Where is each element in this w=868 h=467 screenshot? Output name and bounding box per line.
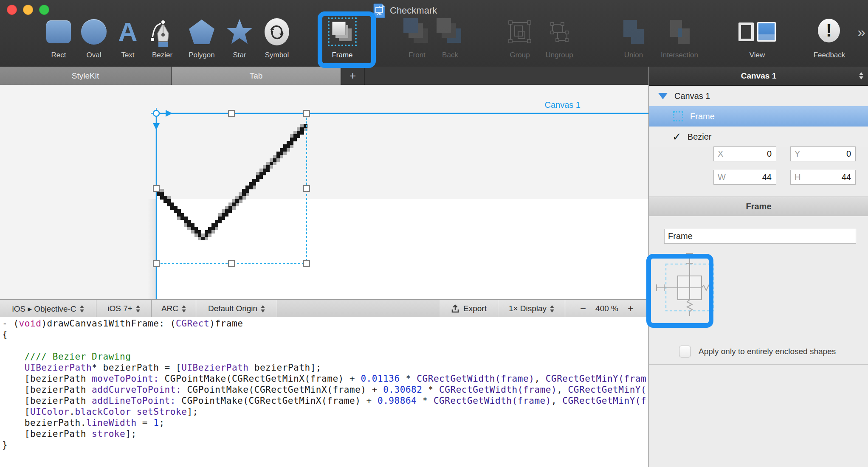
field-label: X <box>718 149 767 159</box>
tool-feedback[interactable]: ! Feedback <box>806 14 853 65</box>
document-icon <box>373 3 386 19</box>
view-icon <box>738 22 776 42</box>
code-toolbar: iOS ▸ Objective-CiOS 7+ARCDefault Origin… <box>0 299 648 318</box>
arc-dropdown[interactable]: ARC <box>152 300 196 318</box>
canvas-area[interactable]: Canvas 1 <box>0 85 648 299</box>
origin-marker-icon <box>151 108 162 119</box>
selection-handle[interactable] <box>153 186 159 191</box>
feedback-icon: ! <box>818 19 841 45</box>
display-scale-dropdown[interactable]: 1× Display <box>498 300 565 318</box>
traffic-light-close[interactable] <box>7 5 17 15</box>
apply-enclosed-checkbox[interactable] <box>679 346 691 357</box>
frame-layer-icon <box>673 111 683 121</box>
layer-tree: Canvas 1Frame✓Bezier <box>649 86 868 147</box>
text-icon: A <box>118 19 138 45</box>
tool-symbol[interactable]: Symbol <box>253 14 301 65</box>
layer-label: Bezier <box>688 132 712 142</box>
canvas-guides <box>0 85 648 299</box>
stepper-icon <box>136 303 140 315</box>
tab-tab[interactable]: Tab <box>172 67 341 85</box>
tool-label: Frame <box>318 51 366 59</box>
y-axis-arrow-icon <box>153 123 160 130</box>
symbol-icon <box>265 18 289 45</box>
zoom-out-button[interactable]: − <box>580 303 586 315</box>
bezier-pen-icon <box>148 15 176 49</box>
field-value: 0 <box>767 149 772 159</box>
ungroup-icon <box>546 18 573 45</box>
field-x[interactable]: X0 <box>713 146 776 161</box>
tab-add-button[interactable]: + <box>341 67 365 85</box>
zoom-controls[interactable]: −400 %+ <box>565 300 649 318</box>
tool-label: Back <box>426 51 474 59</box>
zoom-in-button[interactable]: + <box>628 303 634 315</box>
toolbar: Checkmark Rect OvalA Text Bezier Polygon… <box>0 0 868 67</box>
inspector-header-title: Canvas 1 <box>741 71 776 81</box>
export-icon <box>451 304 460 313</box>
tool-frame[interactable]: Frame <box>318 14 366 65</box>
frame-icon <box>328 17 357 46</box>
layer-label: Frame <box>690 112 715 121</box>
canvas-name-label[interactable]: Canvas 1 <box>545 100 581 110</box>
inspector-panel: Canvas 1 Canvas 1Frame✓Bezier Frame <box>648 67 868 467</box>
generated-code-panel: - (void)drawCanvas1WithFrame: (CGRect)fr… <box>0 317 648 467</box>
star-icon <box>225 18 254 45</box>
bezier-layer-icon: ✓ <box>672 131 682 142</box>
oval-icon <box>81 19 107 45</box>
selection-handle[interactable] <box>228 261 234 267</box>
origin-dropdown[interactable]: Default Origin <box>196 300 277 318</box>
selection-handle[interactable] <box>153 261 159 267</box>
rect-icon <box>46 20 71 43</box>
back-icon <box>437 18 464 45</box>
inspector-header-stepper-icon[interactable] <box>859 70 863 82</box>
selection-handle[interactable] <box>228 110 234 116</box>
tool-label: Union <box>610 51 657 59</box>
zoom-level: 400 % <box>595 304 618 313</box>
platform-language-dropdown[interactable]: iOS ▸ Objective-C <box>0 300 96 318</box>
field-w[interactable]: W44 <box>713 170 776 185</box>
field-label: W <box>718 172 762 182</box>
tab-bar: StyleKitTab+ <box>0 67 648 86</box>
apply-enclosed-row: Apply only to entirely enclosed shapes <box>649 338 868 365</box>
traffic-light-minimize[interactable] <box>23 5 33 15</box>
inspector-header[interactable]: Canvas 1 <box>649 67 868 86</box>
tool-view[interactable]: View <box>733 14 781 65</box>
toolbar-overflow-chevron[interactable]: » <box>857 24 865 40</box>
disclosure-triangle-icon[interactable] <box>658 93 668 99</box>
autoresize-springs-control[interactable] <box>653 249 725 326</box>
selection-handle[interactable] <box>304 110 310 116</box>
os-version-dropdown[interactable]: iOS 7+ <box>96 300 152 318</box>
stepper-icon <box>261 303 265 315</box>
tab-stylekit[interactable]: StyleKit <box>0 67 172 85</box>
selection-handle[interactable] <box>304 186 310 191</box>
frame-name-input[interactable] <box>664 229 856 244</box>
export-button[interactable]: Export <box>440 300 498 318</box>
layer-label: Canvas 1 <box>674 91 710 101</box>
field-y[interactable]: Y0 <box>790 146 856 161</box>
group-icon <box>506 18 533 45</box>
layer-row-frame[interactable]: Frame <box>649 106 868 127</box>
tool-label: Intersection <box>656 51 703 59</box>
field-label: H <box>795 172 842 182</box>
tool-ungroup: Ungroup <box>535 14 583 65</box>
panel-divider <box>649 364 868 365</box>
paintcode-window: Checkmark Rect OvalA Text Bezier Polygon… <box>0 0 868 467</box>
field-h[interactable]: H44 <box>790 170 856 185</box>
layer-row-bezier[interactable]: ✓Bezier <box>649 127 868 147</box>
x-axis-arrow-icon <box>166 110 172 117</box>
tool-label: View <box>733 51 781 59</box>
stepper-icon <box>80 303 84 315</box>
tool-union: Union <box>610 14 657 65</box>
tool-label: Ungroup <box>535 51 583 59</box>
tool-label: Symbol <box>253 51 301 59</box>
selection-handle[interactable] <box>304 261 310 267</box>
field-value: 44 <box>762 172 772 182</box>
field-value: 44 <box>842 172 851 182</box>
selection-handles <box>153 110 310 267</box>
tool-label: Feedback <box>806 51 853 59</box>
field-value: 0 <box>846 149 851 159</box>
layer-row-canvas-1[interactable]: Canvas 1 <box>649 86 868 106</box>
tool-intersection: Intersection <box>656 14 703 65</box>
objective-c-code: - (void)drawCanvas1WithFrame: (CGRect)fr… <box>0 317 648 450</box>
stepper-icon <box>182 303 186 315</box>
apply-enclosed-label: Apply only to entirely enclosed shapes <box>699 347 836 356</box>
